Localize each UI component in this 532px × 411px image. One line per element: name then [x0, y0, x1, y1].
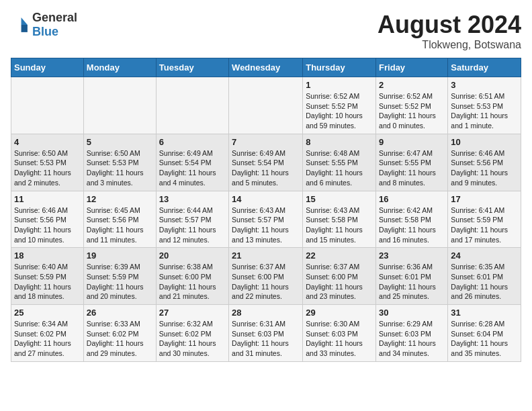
weekday-header-friday: Friday [376, 58, 448, 77]
calendar-week-row: 18Sunrise: 6:40 AMSunset: 5:59 PMDayligh… [11, 248, 521, 305]
day-number: 19 [87, 250, 153, 261]
day-info: Sunrise: 6:36 AMSunset: 6:01 PMDaylight:… [379, 262, 445, 302]
calendar-cell: 5Sunrise: 6:50 AMSunset: 5:53 PMDaylight… [83, 134, 156, 191]
day-number: 31 [451, 308, 518, 318]
day-info: Sunrise: 6:42 AMSunset: 5:58 PMDaylight:… [379, 205, 445, 245]
day-info: Sunrise: 6:33 AMSunset: 6:02 PMDaylight:… [87, 319, 153, 359]
day-number: 18 [14, 250, 81, 261]
day-info: Sunrise: 6:43 AMSunset: 5:57 PMDaylight:… [232, 205, 300, 245]
day-info: Sunrise: 6:43 AMSunset: 5:58 PMDaylight:… [306, 205, 373, 245]
day-info: Sunrise: 6:39 AMSunset: 5:59 PMDaylight:… [87, 262, 153, 302]
day-info: Sunrise: 6:32 AMSunset: 6:02 PMDaylight:… [159, 319, 226, 359]
day-number: 22 [306, 250, 373, 261]
month-year: August 2024 [378, 11, 521, 39]
day-info: Sunrise: 6:50 AMSunset: 5:53 PMDaylight:… [87, 148, 153, 188]
calendar-cell: 4Sunrise: 6:50 AMSunset: 5:53 PMDaylight… [11, 134, 84, 191]
title-block: August 2024 Tlokweng, Botswana [378, 11, 521, 51]
day-number: 2 [379, 80, 445, 90]
day-info: Sunrise: 6:46 AMSunset: 5:56 PMDaylight:… [451, 148, 518, 188]
calendar-cell: 21Sunrise: 6:37 AMSunset: 6:00 PMDayligh… [229, 248, 303, 305]
day-info: Sunrise: 6:50 AMSunset: 5:53 PMDaylight:… [14, 148, 81, 188]
calendar-cell: 9Sunrise: 6:47 AMSunset: 5:55 PMDaylight… [376, 134, 448, 191]
day-number: 20 [159, 250, 226, 261]
day-number: 28 [232, 308, 300, 318]
weekday-header-thursday: Thursday [303, 58, 376, 77]
day-number: 25 [14, 308, 81, 318]
day-info: Sunrise: 6:46 AMSunset: 5:56 PMDaylight:… [14, 205, 81, 245]
day-number: 8 [306, 137, 373, 147]
day-info: Sunrise: 6:48 AMSunset: 5:55 PMDaylight:… [306, 148, 373, 188]
svg-marker-1 [21, 25, 28, 32]
weekday-header-row: SundayMondayTuesdayWednesdayThursdayFrid… [11, 58, 521, 77]
calendar-week-row: 1Sunrise: 6:52 AMSunset: 5:52 PMDaylight… [11, 77, 521, 134]
day-info: Sunrise: 6:34 AMSunset: 6:02 PMDaylight:… [14, 319, 81, 359]
day-number: 1 [306, 80, 373, 90]
calendar-cell: 1Sunrise: 6:52 AMSunset: 5:52 PMDaylight… [303, 77, 376, 134]
calendar-cell: 28Sunrise: 6:31 AMSunset: 6:03 PMDayligh… [229, 305, 303, 362]
calendar-cell: 17Sunrise: 6:41 AMSunset: 5:59 PMDayligh… [448, 191, 521, 248]
calendar-cell: 6Sunrise: 6:49 AMSunset: 5:54 PMDaylight… [156, 134, 228, 191]
day-number: 17 [451, 194, 518, 204]
day-number: 29 [306, 308, 373, 318]
calendar-cell: 26Sunrise: 6:33 AMSunset: 6:02 PMDayligh… [83, 305, 156, 362]
day-number: 4 [14, 137, 81, 147]
calendar-week-row: 25Sunrise: 6:34 AMSunset: 6:02 PMDayligh… [11, 305, 521, 362]
day-number: 12 [87, 194, 153, 204]
weekday-header-sunday: Sunday [11, 58, 84, 77]
calendar-cell: 14Sunrise: 6:43 AMSunset: 5:57 PMDayligh… [229, 191, 303, 248]
day-info: Sunrise: 6:52 AMSunset: 5:52 PMDaylight:… [379, 91, 445, 131]
day-info: Sunrise: 6:52 AMSunset: 5:52 PMDaylight:… [306, 91, 373, 131]
day-number: 10 [451, 137, 518, 147]
day-info: Sunrise: 6:47 AMSunset: 5:55 PMDaylight:… [379, 148, 445, 188]
calendar-cell: 22Sunrise: 6:37 AMSunset: 6:00 PMDayligh… [303, 248, 376, 305]
calendar-week-row: 11Sunrise: 6:46 AMSunset: 5:56 PMDayligh… [11, 191, 521, 248]
calendar-cell [156, 77, 228, 134]
calendar-cell: 8Sunrise: 6:48 AMSunset: 5:55 PMDaylight… [303, 134, 376, 191]
day-number: 30 [379, 308, 445, 318]
day-info: Sunrise: 6:37 AMSunset: 6:00 PMDaylight:… [306, 262, 373, 302]
day-info: Sunrise: 6:31 AMSunset: 6:03 PMDaylight:… [232, 319, 300, 359]
day-number: 5 [87, 137, 153, 147]
day-number: 3 [451, 80, 518, 90]
day-info: Sunrise: 6:41 AMSunset: 5:59 PMDaylight:… [451, 205, 518, 245]
calendar-cell: 3Sunrise: 6:51 AMSunset: 5:53 PMDaylight… [448, 77, 521, 134]
weekday-header-wednesday: Wednesday [229, 58, 303, 77]
calendar-cell: 25Sunrise: 6:34 AMSunset: 6:02 PMDayligh… [11, 305, 84, 362]
day-number: 27 [159, 308, 226, 318]
day-number: 13 [159, 194, 226, 204]
calendar-cell: 27Sunrise: 6:32 AMSunset: 6:02 PMDayligh… [156, 305, 228, 362]
calendar-week-row: 4Sunrise: 6:50 AMSunset: 5:53 PMDaylight… [11, 134, 521, 191]
day-number: 16 [379, 194, 445, 204]
day-info: Sunrise: 6:28 AMSunset: 6:04 PMDaylight:… [451, 319, 518, 359]
calendar-cell: 31Sunrise: 6:28 AMSunset: 6:04 PMDayligh… [448, 305, 521, 362]
calendar-cell: 19Sunrise: 6:39 AMSunset: 5:59 PMDayligh… [83, 248, 156, 305]
logo-icon [11, 15, 30, 34]
day-info: Sunrise: 6:49 AMSunset: 5:54 PMDaylight:… [232, 148, 300, 188]
day-number: 6 [159, 137, 226, 147]
day-info: Sunrise: 6:51 AMSunset: 5:53 PMDaylight:… [451, 91, 518, 131]
calendar-cell: 16Sunrise: 6:42 AMSunset: 5:58 PMDayligh… [376, 191, 448, 248]
calendar-cell: 30Sunrise: 6:29 AMSunset: 6:03 PMDayligh… [376, 305, 448, 362]
day-number: 9 [379, 137, 445, 147]
day-number: 7 [232, 137, 300, 147]
calendar-cell [229, 77, 303, 134]
location: Tlokweng, Botswana [378, 39, 521, 51]
logo-line2: Blue [32, 25, 77, 39]
page-header: General Blue August 2024 Tlokweng, Botsw… [11, 11, 521, 51]
day-info: Sunrise: 6:44 AMSunset: 5:57 PMDaylight:… [159, 205, 226, 245]
calendar-cell: 15Sunrise: 6:43 AMSunset: 5:58 PMDayligh… [303, 191, 376, 248]
day-number: 21 [232, 250, 300, 261]
calendar-cell: 20Sunrise: 6:38 AMSunset: 6:00 PMDayligh… [156, 248, 228, 305]
calendar-cell: 29Sunrise: 6:30 AMSunset: 6:03 PMDayligh… [303, 305, 376, 362]
calendar-cell: 2Sunrise: 6:52 AMSunset: 5:52 PMDaylight… [376, 77, 448, 134]
day-info: Sunrise: 6:45 AMSunset: 5:56 PMDaylight:… [87, 205, 153, 245]
calendar-cell: 23Sunrise: 6:36 AMSunset: 6:01 PMDayligh… [376, 248, 448, 305]
day-info: Sunrise: 6:38 AMSunset: 6:00 PMDaylight:… [159, 262, 226, 302]
calendar-cell: 18Sunrise: 6:40 AMSunset: 5:59 PMDayligh… [11, 248, 84, 305]
calendar-cell: 10Sunrise: 6:46 AMSunset: 5:56 PMDayligh… [448, 134, 521, 191]
day-info: Sunrise: 6:35 AMSunset: 6:01 PMDaylight:… [451, 262, 518, 302]
day-info: Sunrise: 6:40 AMSunset: 5:59 PMDaylight:… [14, 262, 81, 302]
weekday-header-tuesday: Tuesday [156, 58, 228, 77]
day-number: 26 [87, 308, 153, 318]
day-number: 24 [451, 250, 518, 261]
